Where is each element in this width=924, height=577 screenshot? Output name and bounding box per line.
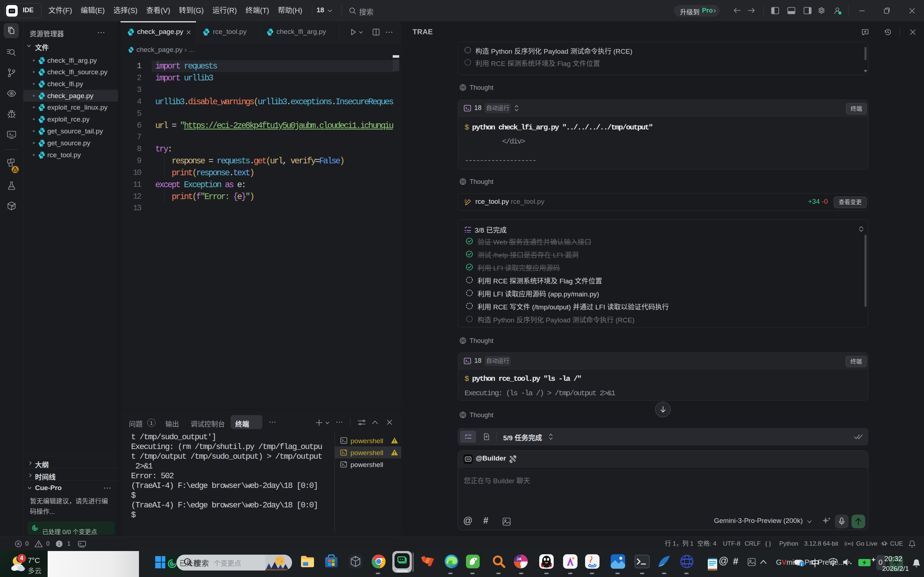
svg-text:i: i bbox=[801, 562, 802, 567]
svg-text:JA: JA bbox=[517, 557, 522, 561]
svg-text:z: z bbox=[917, 560, 919, 563]
svg-text:DX: DX bbox=[520, 562, 526, 566]
